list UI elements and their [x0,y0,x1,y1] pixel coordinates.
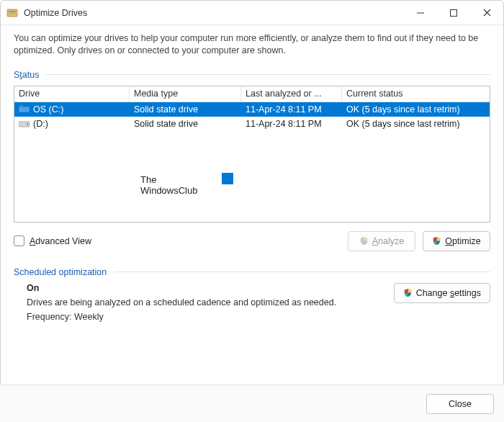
drive-last: 11-Apr-24 8:11 PM [241,117,342,131]
minimize-button[interactable] [404,1,437,25]
drive-list[interactable]: Drive Media type Last analyzed or ... Cu… [14,86,490,223]
advanced-view-checkbox[interactable] [14,235,24,246]
drive-icon [19,105,30,114]
drive-list-header[interactable]: Drive Media type Last analyzed or ... Cu… [14,86,490,102]
drive-status: OK (5 days since last retrim) [342,102,490,117]
svg-rect-4 [451,9,457,16]
analyze-button[interactable]: Analyze [348,231,415,251]
sched-freq: Frequency: Weekly [27,312,387,322]
shield-icon [403,288,413,297]
drive-icon [19,120,30,128]
maximize-button[interactable] [437,1,470,25]
drive-status: OK (5 days since last retrim) [342,117,490,131]
sched-group-label: Scheduled optimization [14,267,490,277]
svg-rect-2 [9,13,16,14]
drive-name: (D:) [33,119,48,129]
sched-on: On [27,283,387,293]
col-last[interactable]: Last analyzed or ... [241,86,342,102]
svg-point-10 [27,123,28,125]
col-status[interactable]: Current status [342,86,490,102]
col-media[interactable]: Media type [130,86,241,102]
watermark: The WindowsClub [140,173,233,199]
col-drive[interactable]: Drive [14,86,130,102]
table-row[interactable]: (D:)Solid state drive11-Apr-24 8:11 PMOK… [14,117,490,131]
shield-icon [432,236,441,246]
drive-media: Solid state drive [130,102,241,117]
drive-last: 11-Apr-24 8:11 PM [241,102,342,117]
change-settings-button[interactable]: Change settings [394,283,490,303]
sched-desc: Drives are being analyzed on a scheduled… [27,297,387,307]
status-group-label: Status [14,70,490,80]
drive-media: Solid state drive [130,117,241,131]
close-button[interactable]: Close [426,394,494,414]
app-icon [6,7,18,19]
window-title: Optimize Drives [24,8,87,18]
titlebar: Optimize Drives [1,1,503,25]
table-row[interactable]: OS (C:)Solid state drive11-Apr-24 8:11 P… [14,102,490,117]
watermark-square-icon [222,173,233,184]
drive-name: OS (C:) [33,104,63,115]
close-window-button[interactable] [470,1,503,25]
svg-rect-8 [20,105,23,107]
advanced-view-label[interactable]: Advanced View [30,236,91,246]
svg-rect-1 [9,11,16,12]
optimize-button[interactable]: Optimize [423,231,490,251]
dialog-footer: Close [0,385,504,422]
svg-rect-7 [19,107,30,112]
intro-text: You can optimize your drives to help you… [14,32,490,57]
shield-icon [359,236,369,246]
